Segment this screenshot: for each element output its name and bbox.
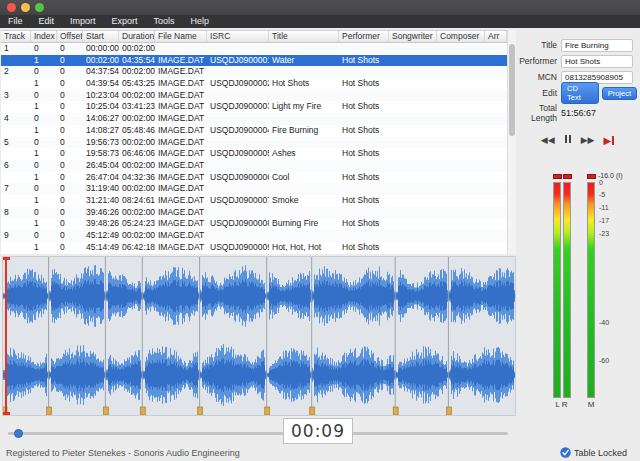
minimize-button[interactable] xyxy=(21,3,30,12)
table-cell: IMAGE.DAT xyxy=(155,90,207,102)
fast-forward-button[interactable]: ▶▶ xyxy=(581,134,595,146)
table-cell: 1 xyxy=(31,148,57,160)
table-row[interactable]: 10000:00:0000:02:00 xyxy=(1,43,507,55)
close-button[interactable] xyxy=(7,3,16,12)
table-cell: IMAGE.DAT xyxy=(155,218,207,230)
table-cell xyxy=(485,160,507,172)
column-header[interactable]: Start xyxy=(83,31,119,42)
waveform-display[interactable] xyxy=(2,256,516,416)
table-row[interactable]: 1019:58:7306:46:06IMAGE.DATUSQDJ0900005A… xyxy=(1,148,507,160)
performer-field[interactable]: Hot Shots xyxy=(561,55,633,68)
table-cell xyxy=(389,148,437,160)
column-header[interactable]: ISRC xyxy=(207,31,269,42)
menu-item-file[interactable]: File xyxy=(0,15,31,28)
table-row[interactable]: 1014:08:2705:48:46IMAGE.DATUSQDJ0900004F… xyxy=(1,125,507,137)
table-cell xyxy=(389,137,437,149)
table-cell: 00:02:00 xyxy=(119,137,155,149)
table-cell: 5 xyxy=(1,137,31,149)
zoom-button[interactable] xyxy=(35,3,44,12)
time-display: 00:09 xyxy=(283,418,353,444)
column-header[interactable]: Performer xyxy=(339,31,389,42)
seek-slider[interactable] xyxy=(8,432,508,435)
table-row[interactable]: 40014:06:2700:02:00IMAGE.DAT xyxy=(1,113,507,125)
table-cell: USQDJ0900001 xyxy=(207,55,269,67)
table-row[interactable]: 80039:46:2600:02:00IMAGE.DAT xyxy=(1,207,507,219)
loudness-readout: -16.0 (I) xyxy=(598,172,623,179)
table-cell: 0 xyxy=(57,101,83,113)
column-header[interactable]: Track xyxy=(1,31,31,42)
column-header[interactable]: Index xyxy=(31,31,57,42)
table-cell xyxy=(485,183,507,195)
table-cell xyxy=(339,113,389,125)
table-cell: 00:02:00 xyxy=(119,43,155,55)
menu-item-tools[interactable]: Tools xyxy=(146,15,183,28)
table-cell xyxy=(269,183,339,195)
column-header[interactable]: Title xyxy=(269,31,339,42)
table-cell: 14:06:27 xyxy=(83,113,119,125)
table-cell xyxy=(339,183,389,195)
stereo-meter-label: L R xyxy=(551,400,572,409)
table-cell: Hot Shots xyxy=(339,101,389,113)
meter-scale-tick: -17 xyxy=(599,217,609,224)
table-row[interactable]: 1031:21:4008:24:61IMAGE.DATUSQDJ0900007S… xyxy=(1,195,507,207)
rewind-button[interactable]: ◀◀ xyxy=(541,134,555,146)
column-header[interactable]: Offset xyxy=(57,31,83,42)
clip-led-left[interactable] xyxy=(553,174,562,179)
table-cell: 0 xyxy=(31,137,57,149)
table-row[interactable]: 70031:19:4000:02:00IMAGE.DAT xyxy=(1,183,507,195)
clip-led-right[interactable] xyxy=(563,174,572,179)
column-header[interactable]: Composer xyxy=(437,31,485,42)
mcn-label: MCN xyxy=(515,72,557,82)
table-row[interactable]: 30010:23:0400:02:00IMAGE.DAT xyxy=(1,90,507,102)
table-row[interactable]: 1000:02:0004:35:54IMAGE.DATUSQDJ0900001W… xyxy=(1,55,507,67)
table-cell xyxy=(485,230,507,242)
meter-scale-tick: -5 xyxy=(599,191,605,198)
table-cell xyxy=(437,101,485,113)
table-row[interactable]: 60026:45:0400:02:00IMAGE.DAT xyxy=(1,160,507,172)
table-cell xyxy=(437,113,485,125)
table-locked-indicator[interactable]: Table Locked xyxy=(560,447,627,458)
seek-slider-thumb[interactable] xyxy=(14,429,23,438)
table-row[interactable]: 1039:48:2605:24:23IMAGE.DATUSQDJ0900008B… xyxy=(1,218,507,230)
table-row[interactable]: 1026:47:0404:32:36IMAGE.DATUSQDJ0900006C… xyxy=(1,172,507,184)
table-cell xyxy=(485,101,507,113)
title-field[interactable]: Fire Burning xyxy=(561,39,633,52)
pause-button[interactable] xyxy=(564,134,572,146)
column-header[interactable]: Arr xyxy=(485,31,507,42)
table-cell xyxy=(437,230,485,242)
table-cell: 0 xyxy=(31,90,57,102)
column-header[interactable]: File Name xyxy=(155,31,207,42)
column-header[interactable]: Songwriter xyxy=(389,31,437,42)
table-row[interactable]: 50019:56:7300:02:00IMAGE.DAT xyxy=(1,137,507,149)
table-cell xyxy=(339,160,389,172)
table-cell: 0 xyxy=(57,218,83,230)
table-cell xyxy=(389,43,437,55)
table-row[interactable]: 1045:14:4906:42:18IMAGE.DATUSQDJ0900009H… xyxy=(1,242,507,254)
menu-item-import[interactable]: Import xyxy=(62,15,104,28)
table-row[interactable]: 1010:25:0403:41:23IMAGE.DATUSQDJ0900003L… xyxy=(1,101,507,113)
table-cell xyxy=(437,160,485,172)
table-row[interactable]: 90045:12:4900:02:00IMAGE.DAT xyxy=(1,230,507,242)
table-row[interactable]: 20004:37:5400:02:00IMAGE.DAT xyxy=(1,66,507,78)
table-row[interactable]: 1004:39:5405:43:25IMAGE.DATUSQDJ0900002H… xyxy=(1,78,507,90)
table-cell: 6 xyxy=(1,160,31,172)
menu-item-edit[interactable]: Edit xyxy=(31,15,63,28)
play-to-end-button[interactable]: ▶ xyxy=(603,135,614,146)
clip-led-mono[interactable] xyxy=(587,174,596,179)
table-cell: Light my Fire xyxy=(269,101,339,113)
table-cell: 0 xyxy=(57,55,83,67)
column-header[interactable]: Duration xyxy=(119,31,155,42)
table-cell: 1 xyxy=(31,55,57,67)
cd-text-button[interactable]: CD Text xyxy=(561,82,599,104)
table-cell xyxy=(207,160,269,172)
table-cell: 04:35:54 xyxy=(119,55,155,67)
table-cell xyxy=(1,55,31,67)
menu-item-help[interactable]: Help xyxy=(183,15,218,28)
table-cell xyxy=(437,125,485,137)
table-cell: IMAGE.DAT xyxy=(155,195,207,207)
menu-item-export[interactable]: Export xyxy=(104,15,146,28)
table-cell: Fire Burning xyxy=(269,125,339,137)
table-cell xyxy=(389,195,437,207)
table-cell: 00:02:00 xyxy=(119,113,155,125)
project-button[interactable]: Project xyxy=(602,87,637,100)
